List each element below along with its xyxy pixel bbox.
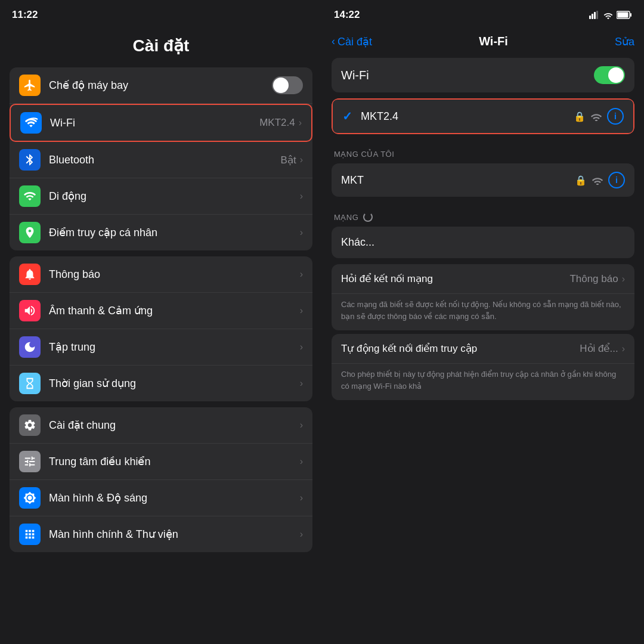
connected-network-icons: 🔒 i xyxy=(574,108,624,125)
wifi-value: MKT2.4 xyxy=(259,117,295,129)
bluetooth-icon-container xyxy=(19,149,41,171)
display-chevron: › xyxy=(300,493,303,503)
cellular-icon-container xyxy=(19,185,41,207)
settings-row-wifi[interactable]: Wi-Fi MKT2.4 › xyxy=(10,104,312,142)
svg-rect-3 xyxy=(596,11,598,19)
connected-network-group: ✓ MKT2.4 🔒 i xyxy=(332,98,634,134)
settings-group-1: Chế độ máy bay Wi-Fi MKT2.4 › xyxy=(10,67,312,250)
home-screen-label: Màn hình chính & Thư viện xyxy=(49,528,300,541)
auto-join-row[interactable]: Tự động kết nối điểm truy cập Hỏi để... … xyxy=(332,334,634,364)
bluetooth-label: Bluetooth xyxy=(49,154,281,166)
settings-row-sounds[interactable]: Âm thanh & Cảm ứng › xyxy=(10,293,312,329)
status-icons xyxy=(589,11,632,19)
connected-info-button[interactable]: i xyxy=(607,108,624,125)
my-network-row[interactable]: MKT 🔒 i xyxy=(332,163,634,197)
my-network-label: MẠNG CỦA TÔI xyxy=(334,150,394,159)
general-chevron: › xyxy=(300,420,303,431)
networks-section-header: MẠNG xyxy=(332,203,634,227)
cellular-icon xyxy=(23,190,36,203)
other-network-label: Khác... xyxy=(341,236,374,248)
sounds-chevron: › xyxy=(300,305,303,316)
focus-icon-container xyxy=(19,336,41,358)
settings-row-home-screen[interactable]: Màn hình chính & Thư viện › xyxy=(10,516,312,552)
auto-join-chevron: › xyxy=(622,343,625,354)
airplane-toggle[interactable] xyxy=(272,76,303,94)
settings-row-airplane[interactable]: Chế độ máy bay xyxy=(10,67,312,104)
left-title: Cài đặt xyxy=(0,30,322,67)
battery-icon xyxy=(617,11,632,19)
wifi-strength-icon xyxy=(590,112,602,121)
control-center-icon-container xyxy=(19,451,41,472)
airplane-label: Chế độ máy bay xyxy=(49,79,272,92)
bluetooth-value: Bật xyxy=(281,154,296,166)
signal-icon xyxy=(589,11,600,19)
settings-row-display[interactable]: Màn hình & Độ sáng › xyxy=(10,480,312,516)
wifi-icon-container xyxy=(20,112,42,134)
connected-checkmark: ✓ xyxy=(342,109,352,123)
sounds-icon-container xyxy=(19,300,41,321)
grid-icon xyxy=(23,528,36,541)
cellular-chevron: › xyxy=(300,191,303,202)
general-label: Cài đặt chung xyxy=(49,419,300,432)
wifi-toggle[interactable] xyxy=(594,66,625,84)
bluetooth-icon xyxy=(23,153,36,166)
hotspot-icon-container xyxy=(19,222,41,243)
airplane-icon-container xyxy=(19,75,41,96)
focus-chevron: › xyxy=(300,342,303,352)
screen-time-chevron: › xyxy=(300,378,303,389)
back-chevron: ‹ xyxy=(332,35,335,48)
wifi-toggle-knob xyxy=(608,67,624,83)
settings-row-focus[interactable]: Tập trung › xyxy=(10,329,312,366)
lock-icon: 🔒 xyxy=(574,111,586,122)
wifi-content: Wi-Fi ✓ MKT2.4 🔒 i xyxy=(322,58,644,644)
other-network-row[interactable]: Khác... xyxy=(332,227,634,258)
display-label: Màn hình & Độ sáng xyxy=(49,491,300,504)
airplane-icon xyxy=(23,79,36,92)
notifications-label: Thông báo xyxy=(49,268,300,281)
page-title: Wi-Fi xyxy=(479,35,508,48)
right-nav: ‹ Cài đặt Wi-Fi Sửa xyxy=(322,30,644,58)
ask-to-join-row[interactable]: Hỏi để kết nối mạng Thông báo › xyxy=(332,264,634,294)
wifi-label: Wi-Fi xyxy=(50,117,259,129)
my-network-name: MKT xyxy=(341,174,575,187)
home-screen-chevron: › xyxy=(300,529,303,540)
edit-button[interactable]: Sửa xyxy=(615,35,634,48)
right-status-bar: 14:22 xyxy=(322,0,644,30)
screen-time-icon-container xyxy=(19,373,41,394)
svg-rect-2 xyxy=(594,12,596,19)
bluetooth-chevron: › xyxy=(300,154,303,165)
left-status-time: 11:22 xyxy=(12,9,38,21)
wifi-status-icon xyxy=(603,11,613,19)
hotspot-chevron: › xyxy=(300,227,303,238)
networks-label: MẠNG xyxy=(334,213,358,222)
my-network-group: MKT 🔒 i xyxy=(332,163,634,197)
settings-group-2: Thông báo › Âm thanh & Cảm ứng › Tập tru… xyxy=(10,256,312,401)
auto-join-label: Tự động kết nối điểm truy cập xyxy=(341,342,580,355)
screen-time-label: Thời gian sử dụng xyxy=(49,377,300,390)
my-network-lock-icon: 🔒 xyxy=(575,175,587,186)
wifi-main-label: Wi-Fi xyxy=(341,69,369,82)
settings-row-control-center[interactable]: Trung tâm điều khiển › xyxy=(10,444,312,480)
hotspot-label: Điểm truy cập cá nhân xyxy=(49,226,300,239)
left-panel: 11:22 Cài đặt Chế độ máy bay xyxy=(0,0,322,644)
back-button[interactable]: ‹ Cài đặt xyxy=(332,35,372,48)
control-center-chevron: › xyxy=(300,456,303,467)
sliders-icon xyxy=(23,455,36,468)
settings-row-screen-time[interactable]: Thời gian sử dụng › xyxy=(10,366,312,401)
brightness-icon xyxy=(23,491,36,504)
settings-row-bluetooth[interactable]: Bluetooth Bật › xyxy=(10,142,312,178)
notifications-icon-container xyxy=(19,264,41,285)
ask-to-join-desc: Các mạng đã biết sẽ được kết nối tự động… xyxy=(332,294,634,330)
my-network-info-button[interactable]: i xyxy=(608,172,625,188)
sound-icon xyxy=(23,304,36,317)
settings-row-general[interactable]: Cài đặt chung › xyxy=(10,407,312,444)
settings-row-cellular[interactable]: Di động › xyxy=(10,178,312,215)
settings-row-notifications[interactable]: Thông báo › xyxy=(10,256,312,293)
my-network-icons: 🔒 i xyxy=(575,172,625,188)
notifications-chevron: › xyxy=(300,269,303,280)
sounds-label: Âm thanh & Cảm ứng xyxy=(49,304,300,317)
back-label: Cài đặt xyxy=(338,35,372,48)
connected-network-row[interactable]: ✓ MKT2.4 🔒 i xyxy=(332,98,634,134)
settings-row-hotspot[interactable]: Điểm truy cập cá nhân › xyxy=(10,215,312,250)
display-icon-container xyxy=(19,487,41,509)
